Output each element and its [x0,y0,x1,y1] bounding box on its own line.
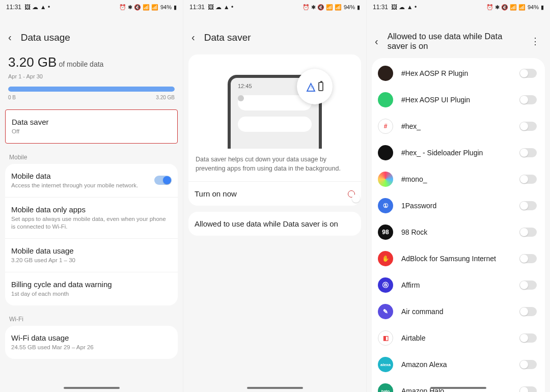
status-left-icons: 🖼 ☁ ▲ • [24,4,50,11]
app-name-label: 98 Rock [401,228,511,236]
mobile-data-row[interactable]: Mobile data Access the internet through … [5,164,178,197]
app-icon [378,92,393,107]
app-toggle[interactable] [519,148,537,157]
status-right-icons: ⏰ ✱ 🔇 📶 📶 [119,4,158,11]
progress-max: 3.20 GB [156,95,175,100]
app-name-label: Airtable [401,334,511,342]
status-battery: 94% [160,4,172,10]
data-saver-status: Off [12,128,171,135]
app-name-label: #Hex AOSP R Plugin [401,69,511,77]
allowed-apps-row[interactable]: Allowed to use data while Data saver is … [188,212,361,236]
app-list: #Hex AOSP R Plugin#Hex AOSP UI Plugin##h… [372,58,545,392]
app-toggle[interactable] [519,307,537,316]
app-row[interactable]: #Hex AOSP R Plugin [372,60,545,87]
app-row[interactable]: #hex_ - Sideloader Plugin [372,139,545,166]
app-icon: alexa [378,357,393,372]
app-icon: ① [378,198,393,213]
home-indicator[interactable] [247,387,303,389]
app-icon: # [378,119,393,134]
mobile-data-toggle[interactable] [154,176,172,185]
app-row[interactable]: ①1Password [372,192,545,219]
app-row[interactable]: #mono_ [372,166,545,192]
data-usage-screen: 11:31🖼 ☁ ▲ • ⏰ ✱ 🔇 📶 📶94%▮ ‹ Data usage … [0,0,183,392]
app-toggle[interactable] [519,201,537,210]
app-icon: ✋ [378,251,393,266]
app-toggle[interactable] [519,228,537,237]
app-icon: ✎ [378,304,393,319]
app-name-label: Affirm [401,281,511,289]
app-toggle[interactable] [519,386,537,392]
app-row[interactable]: ⓐAffirm [372,272,545,298]
progress-min: 0 B [8,95,16,100]
app-toggle[interactable] [519,95,537,104]
app-name-label: Amazon Alexa [401,360,511,369]
usage-label: of mobile data [59,60,103,68]
usage-summary: 3.20 GBof mobile data Apr 1 - Apr 30 0 B… [0,54,183,109]
app-toggle[interactable] [519,175,537,184]
app-toggle[interactable] [519,69,537,78]
usage-progress [8,87,175,92]
app-toggle[interactable] [519,254,537,263]
app-toggle[interactable] [519,360,537,369]
app-name-label: #mono_ [401,175,511,183]
data-saver-row[interactable]: Data saver Off [6,110,177,143]
app-icon: ◧ [378,330,393,346]
back-icon[interactable]: ‹ [8,32,12,43]
home-indicator[interactable] [64,387,120,389]
app-name-label: Air command [401,307,511,316]
mobile-data-usage-row[interactable]: Mobile data usage 3.20 GB used Apr 1 – 3… [5,238,178,272]
app-toggle[interactable] [519,333,537,343]
app-icon [378,66,393,81]
allowed-apps-screen: 11:31🖼 ☁ ▲ • ⏰ ✱ 🔇 📶 📶94%▮ ‹ Allowed to … [367,0,550,392]
app-toggle[interactable] [519,281,537,290]
battery-icon: ▮ [174,4,177,11]
app-icon: ⓐ [378,277,393,293]
back-icon[interactable]: ‹ [375,36,378,47]
page-title: Allowed to use data while Data saver is … [388,32,521,51]
illustration: 12:45 △↑↓ [188,54,361,149]
app-name-label: 1Password [401,202,511,210]
app-name-label: #hex_ - Sideloader Plugin [401,149,511,157]
more-icon[interactable]: ⋮ [531,36,542,47]
app-row[interactable]: alexaAmazon Alexa [372,351,545,378]
app-name-label: AdBlock for Samsung Internet [401,255,511,263]
app-row[interactable]: ✋AdBlock for Samsung Internet [372,245,545,272]
home-indicator[interactable] [430,387,486,389]
app-icon [378,172,393,187]
wifi-data-usage-row[interactable]: Wi-Fi data usage 24.55 GB used Mar 29 – … [5,326,178,359]
usage-period: Apr 1 - Apr 30 [8,73,175,79]
app-row[interactable]: 9898 Rock [372,219,545,245]
status-bar: 11:31🖼 ☁ ▲ • ⏰ ✱ 🔇 📶 📶94%▮ [367,0,550,14]
billing-cycle-row[interactable]: Billing cycle and data warning 1st day o… [5,272,178,305]
app-row[interactable]: ◧Airtable [372,325,545,351]
page-title: Data saver [204,32,251,43]
mobile-data-only-apps-row[interactable]: Mobile data only apps Set apps to always… [5,197,178,238]
app-icon: 98 [378,225,393,240]
section-wifi: Wi-Fi [0,312,183,326]
data-saver-icon: △↑↓ [297,69,333,104]
page-title: Data usage [21,32,70,43]
app-name-label: #Hex AOSP UI Plugin [401,96,511,104]
section-mobile: Mobile [0,150,183,164]
app-row[interactable]: #Hex AOSP UI Plugin [372,87,545,113]
data-saver-screen: 11:31🖼 ☁ ▲ • ⏰ ✱ 🔇 📶 📶94%▮ ‹ Data saver … [183,0,367,392]
app-toggle[interactable] [519,122,537,131]
app-row[interactable]: ##hex_ [372,113,545,139]
app-icon: halo [378,383,393,392]
data-saver-title: Data saver [12,118,171,126]
status-time: 11:31 [6,4,21,11]
app-name-label: #hex_ [401,122,511,130]
app-icon [378,145,393,160]
app-row[interactable]: haloAmazon Halo [372,378,545,392]
status-bar: 11:31🖼 ☁ ▲ • ⏰ ✱ 🔇 📶 📶94%▮ [183,0,366,14]
app-row[interactable]: ✎Air command [372,298,545,325]
usage-amount: 3.20 GB [8,54,57,70]
turn-on-now-row[interactable]: Turn on now [188,181,361,206]
data-saver-description: Data saver helps cut down your data usag… [188,149,361,181]
back-icon[interactable]: ‹ [191,32,195,43]
status-bar: 11:31🖼 ☁ ▲ • ⏰ ✱ 🔇 📶 📶94%▮ [0,0,183,14]
